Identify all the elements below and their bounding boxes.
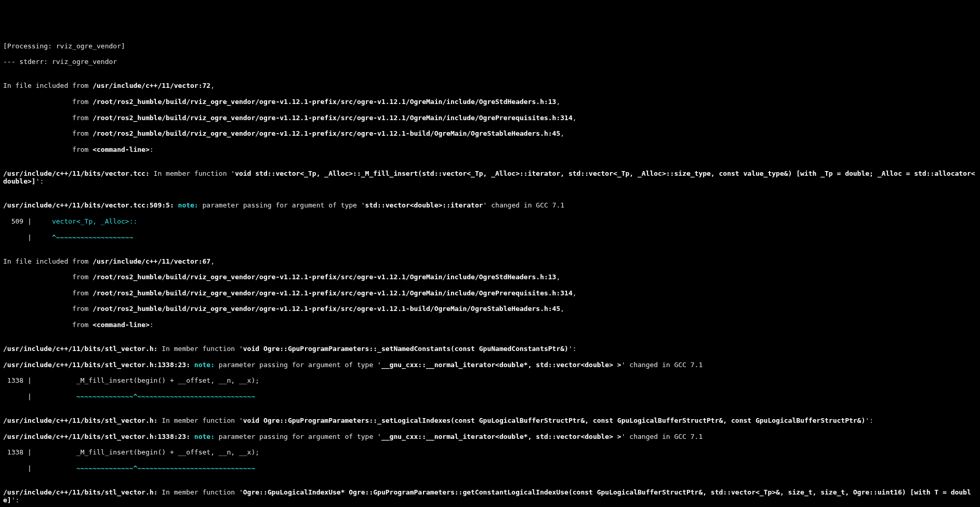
stderr-line: --- stderr: rviz_ogre_vendor <box>3 58 977 66</box>
include-trace: from /root/ros2_humble/build/rviz_ogre_v… <box>3 289 977 297</box>
include-trace: In file included from /usr/include/c++/1… <box>3 257 977 265</box>
code-context: 1338 | _M_fill_insert(begin() + __offset… <box>3 448 977 456</box>
processing-line: [Processing: rviz_ogre_vendor] <box>3 42 977 50</box>
code-context: 509 | vector<_Tp, _Alloc>:: <box>3 217 977 225</box>
compiler-note: /usr/include/c++/11/bits/vector.tcc:509:… <box>3 201 977 209</box>
include-trace: from <command-line>: <box>3 146 977 153</box>
compiler-message: /usr/include/c++/11/bits/stl_vector.h: I… <box>3 345 977 353</box>
terminal-output[interactable]: [Processing: rviz_ogre_vendor] --- stder… <box>3 34 977 507</box>
include-trace: from /root/ros2_humble/build/rviz_ogre_v… <box>3 114 977 122</box>
compiler-note: /usr/include/c++/11/bits/stl_vector.h:13… <box>3 433 977 440</box>
caret-line: | ~~~~~~~~~~~~~~^~~~~~~~~~~~~~~~~~~~~~~~… <box>3 464 977 472</box>
caret-line: | ~~~~~~~~~~~~~~^~~~~~~~~~~~~~~~~~~~~~~~… <box>3 393 977 400</box>
include-trace: from /root/ros2_humble/build/rviz_ogre_v… <box>3 305 977 313</box>
include-trace: from <command-line>: <box>3 321 977 329</box>
compiler-note: /usr/include/c++/11/bits/stl_vector.h:13… <box>3 361 977 369</box>
code-context: 1338 | _M_fill_insert(begin() + __offset… <box>3 376 977 384</box>
include-trace: from /root/ros2_humble/build/rviz_ogre_v… <box>3 98 977 106</box>
compiler-message: /usr/include/c++/11/bits/stl_vector.h: I… <box>3 417 977 424</box>
caret-line: | ^~~~~~~~~~~~~~~~~~~~ <box>3 233 977 241</box>
compiler-message: /usr/include/c++/11/bits/vector.tcc: In … <box>3 170 977 186</box>
compiler-message: /usr/include/c++/11/bits/stl_vector.h: I… <box>3 488 977 504</box>
include-trace: from /root/ros2_humble/build/rviz_ogre_v… <box>3 129 977 137</box>
include-trace: from /root/ros2_humble/build/rviz_ogre_v… <box>3 273 977 281</box>
include-trace: In file included from /usr/include/c++/1… <box>3 82 977 89</box>
